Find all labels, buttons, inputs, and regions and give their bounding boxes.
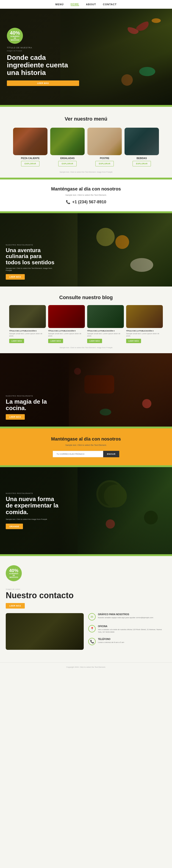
adventure-content: NUESTRO RESTAURANTE Una aventura culinar… xyxy=(6,244,56,280)
newway-section: NUESTRO RESTAURANTE Una nueva forma de e… xyxy=(0,467,172,554)
hero-title: Donde cada ingrediente cuenta una histor… xyxy=(7,54,79,76)
contact-phone-item: 📞 TELÉFONO Lunes a viernes de 8 am a 5 a… xyxy=(88,638,166,645)
contact-office-text: OFICINA Ven a saludar a la sede de nuest… xyxy=(98,625,166,633)
contact-image xyxy=(6,613,84,650)
phone-line: 📞 +1 (234) 567-8910 xyxy=(7,199,165,205)
green-divider-2 xyxy=(0,178,172,180)
newway-desc: Sample text. Click to select the image f… xyxy=(6,518,61,520)
menu-item-pizza: PIZZA CALIENTE EXPLORAR xyxy=(13,128,48,166)
newway-cta-button[interactable]: ORANGE xyxy=(6,524,23,529)
blog-label-2: TÍTULO DE LA PUBLICACIÓN 5 xyxy=(48,330,85,332)
contact-title-block: Imagen de Lorem Nuestro contacto LEER MÁ… xyxy=(6,588,166,609)
footer-text: Copyright 2024. Click to select the Text… xyxy=(3,666,169,668)
blog-label-1: TÍTULO DE LA PUBLICACIÓN 6 xyxy=(9,330,46,332)
blog-cta-3[interactable]: LEER MÁS xyxy=(87,339,102,343)
nav-menu[interactable]: MENÚ xyxy=(55,3,63,6)
contact-graphic-text: GRÁFICO PARA NOSOTROS Nuestro amable equ… xyxy=(98,613,153,619)
contact-section: 40% ALMUERZO DE NEGOCIOS Imagen de Lorem… xyxy=(0,556,172,662)
phone-icon-contact: 📞 xyxy=(88,638,96,645)
location-icon: 📍 xyxy=(88,625,96,632)
adventure-title: Una aventura culinaria para todos los se… xyxy=(6,247,56,266)
menu-dessert-cta[interactable]: EXPLORAR xyxy=(95,161,114,166)
email-form: ENVIAR xyxy=(7,451,165,457)
blog-cta-4[interactable]: LEER MÁS xyxy=(126,339,141,343)
contact-office-item: 📍 OFICINA Ven a saludar a la sede de nue… xyxy=(88,625,166,633)
phone-number: +1 (234) 567-8910 xyxy=(72,199,107,205)
contact-phone-text: TELÉFONO Lunes a viernes de 8 am a 5 am xyxy=(98,638,124,644)
hero-content: 40% ALMUERZO DE NEGOCIOS TÍTULO DE MUEST… xyxy=(0,9,86,105)
adventure-cta-button[interactable]: LEER MÁS xyxy=(6,274,25,280)
menu-item-drinks: BEBIDAS EXPLORAR xyxy=(124,128,159,166)
newway-content: NUESTRO RESTAURANTE Una nueva forma de e… xyxy=(6,492,61,529)
contact-cta-button[interactable]: LEER MÁS xyxy=(6,603,25,609)
navbar: MENÚ HOME ABOUT CONTACT xyxy=(0,0,172,9)
email-input[interactable] xyxy=(53,451,103,457)
menu-pizza-cta[interactable]: EXPLORAR xyxy=(21,161,39,166)
hero-badge: 40% ALMUERZO DE NEGOCIOS xyxy=(7,28,23,44)
magic-title: La magia de la cocina. xyxy=(6,398,56,411)
green-divider-3 xyxy=(0,211,172,213)
menu-title: Ver nuestro menú xyxy=(7,116,165,122)
blog-grid: TÍTULO DE LA PUBLICACIÓN 6 Sample small … xyxy=(5,305,167,343)
magic-cta-button[interactable]: LEER MÁS xyxy=(6,414,25,420)
blog-footer-text: Sample text. Click to select the Text El… xyxy=(5,346,167,349)
contact-image-area xyxy=(6,613,84,653)
menu-item-salads: ENSALADAS EXPLORAR xyxy=(50,128,85,166)
contact-info: ✉ GRÁFICO PARA NOSOTROS Nuestro amable e… xyxy=(88,613,166,653)
contact-img-credit: Imagen de Lorem xyxy=(6,588,166,590)
hero-section: 40% ALMUERZO DE NEGOCIOS TÍTULO DE MUEST… xyxy=(0,9,172,105)
footer: Copyright 2024. Click to select the Text… xyxy=(0,662,172,672)
nav-about[interactable]: ABOUT xyxy=(86,3,96,6)
blog-card-4: TÍTULO DE LA PUBLICACIÓN 3 Sample small … xyxy=(126,305,163,343)
adventure-section: NUESTRO RESTAURANTE Una aventura culinar… xyxy=(0,213,172,286)
newway-title: Una nueva forma de experimentar la comid… xyxy=(6,496,61,515)
blog-label-3: TÍTULO DE LA PUBLICACIÓN 4 xyxy=(87,330,124,332)
menu-item-dessert: POSTRE EXPLORAR xyxy=(87,128,122,166)
email-section: Manténgase al día con nosotros Sample te… xyxy=(0,428,172,465)
magic-section: NUESTRO RESTAURANTE La magia de la cocin… xyxy=(0,353,172,427)
blog-cta-1[interactable]: LEER MÁS xyxy=(9,339,24,343)
adventure-desc: Sample text. Click to select the Text El… xyxy=(6,267,56,271)
blog-section: Consulte nuestro blog TÍTULO DE LA PUBLI… xyxy=(0,286,172,353)
stay-updated-section: Manténgase al día con nosotros Sample te… xyxy=(0,180,172,211)
blog-card-3: TÍTULO DE LA PUBLICACIÓN 4 Sample small … xyxy=(87,305,124,343)
email-desc: Sample text. Click to select the Text El… xyxy=(7,444,165,446)
contact-top: 40% ALMUERZO DE NEGOCIOS xyxy=(6,565,166,581)
email-submit-button[interactable]: ENVIAR xyxy=(103,451,119,457)
magic-content: NUESTRO RESTAURANTE La magia de la cocin… xyxy=(6,395,56,420)
contact-title: Nuestro contacto xyxy=(6,591,166,599)
nav-contact[interactable]: CONTACT xyxy=(103,3,117,6)
contact-grid: ✉ GRÁFICO PARA NOSOTROS Nuestro amable e… xyxy=(6,613,166,653)
email-icon: ✉ xyxy=(88,613,96,620)
green-divider-6 xyxy=(0,554,172,556)
blog-cta-2[interactable]: LEER MÁS xyxy=(48,339,63,343)
email-title: Manténgase al día con nosotros xyxy=(7,436,165,442)
blog-card-2: TÍTULO DE LA PUBLICACIÓN 5 Sample small … xyxy=(48,305,85,343)
blog-title: Consulte nuestro blog xyxy=(5,294,167,301)
blog-card-1: TÍTULO DE LA PUBLICACIÓN 6 Sample small … xyxy=(9,305,46,343)
stay-updated-title: Manténgase al día con nosotros xyxy=(7,186,165,192)
nav-home[interactable]: HOME xyxy=(70,3,79,6)
menu-grid: PIZZA CALIENTE EXPLORAR ENSALADAS EXPLOR… xyxy=(7,128,165,166)
phone-icon: 📞 xyxy=(66,200,70,204)
menu-section: Ver nuestro menú PIZZA CALIENTE EXPLORAR… xyxy=(0,107,172,178)
blog-label-4: TÍTULO DE LA PUBLICACIÓN 3 xyxy=(126,330,163,332)
menu-drinks-cta[interactable]: EXPLORAR xyxy=(133,161,151,166)
contact-badge: 40% ALMUERZO DE NEGOCIOS xyxy=(6,565,22,581)
hero-cta-button[interactable]: LEER MÁS xyxy=(7,81,79,86)
contact-graphic-item: ✉ GRÁFICO PARA NOSOTROS Nuestro amable e… xyxy=(88,613,166,620)
green-divider xyxy=(0,105,172,107)
menu-salads-cta[interactable]: EXPLORAR xyxy=(58,161,77,166)
green-divider-4 xyxy=(0,427,172,428)
green-divider-5 xyxy=(0,465,172,467)
stay-updated-desc: Sample text. Click to select the Text El… xyxy=(7,194,165,196)
